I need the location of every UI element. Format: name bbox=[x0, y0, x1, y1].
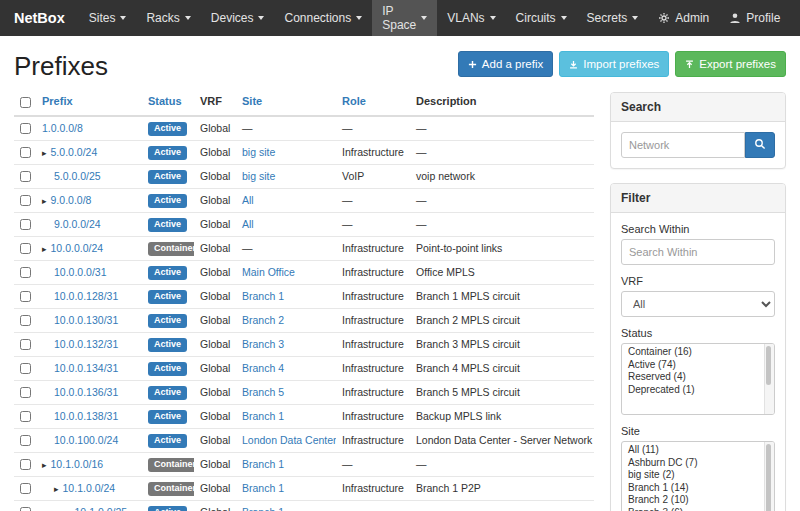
row-checkbox[interactable] bbox=[20, 435, 31, 446]
network-search-input[interactable] bbox=[621, 132, 745, 158]
row-checkbox[interactable] bbox=[20, 195, 31, 206]
site-link[interactable]: Branch 1 bbox=[242, 410, 284, 422]
row-checkbox[interactable] bbox=[20, 507, 31, 511]
list-option[interactable]: Branch 1 (14) bbox=[622, 482, 762, 495]
row-checkbox[interactable] bbox=[20, 339, 31, 350]
row-checkbox[interactable] bbox=[20, 267, 31, 278]
add-prefix-button[interactable]: Add a prefix bbox=[458, 51, 553, 77]
site-link[interactable]: Branch 5 bbox=[242, 386, 284, 398]
profile-menu-item[interactable]: Profile bbox=[719, 0, 790, 36]
list-option[interactable]: Branch 2 (10) bbox=[622, 494, 762, 507]
site-link[interactable]: Branch 1 bbox=[242, 458, 284, 470]
list-option[interactable]: Deprecated (1) bbox=[622, 384, 762, 397]
prefix-link[interactable]: 5.0.0.0/24 bbox=[51, 146, 98, 158]
site-link[interactable]: Branch 2 bbox=[242, 314, 284, 326]
site-filter-listbox[interactable]: All (11)Ashburn DC (7)big site (2)Branch… bbox=[621, 441, 775, 511]
site-link[interactable]: London Data Center bbox=[242, 434, 336, 446]
export-prefixes-button[interactable]: Export prefixes bbox=[675, 51, 786, 77]
description-cell: Backup MPLS link bbox=[410, 404, 594, 428]
row-checkbox[interactable] bbox=[20, 123, 31, 134]
brand-logo[interactable]: NetBox bbox=[0, 0, 79, 36]
row-checkbox[interactable] bbox=[20, 363, 31, 374]
expand-arrow-icon[interactable]: ▸ bbox=[42, 148, 47, 158]
prefix-link[interactable]: 10.0.0.0/31 bbox=[54, 266, 107, 278]
site-link[interactable]: Branch 4 bbox=[242, 362, 284, 374]
prefix-link[interactable]: 9.0.0.0/8 bbox=[51, 194, 92, 206]
site-link[interactable]: Branch 1 bbox=[242, 290, 284, 302]
column-header-role[interactable]: Role bbox=[342, 95, 366, 107]
scrollbar[interactable] bbox=[764, 442, 774, 511]
status-cell: Active bbox=[142, 332, 194, 356]
list-option[interactable]: Active (74) bbox=[622, 359, 762, 372]
expand-arrow-icon[interactable]: ▸ bbox=[42, 244, 47, 254]
prefix-link[interactable]: 10.1.0.0/25 bbox=[75, 506, 128, 511]
nav-item-vlans[interactable]: VLANs bbox=[437, 0, 505, 36]
prefix-link[interactable]: 10.0.0.130/31 bbox=[54, 314, 118, 326]
site-link[interactable]: Main Office bbox=[242, 266, 295, 278]
prefix-link[interactable]: 1.0.0.0/8 bbox=[42, 122, 83, 134]
site-link[interactable]: Branch 1 bbox=[242, 482, 284, 494]
nav-item-ip-space[interactable]: IP Space bbox=[372, 0, 437, 36]
row-checkbox[interactable] bbox=[20, 291, 31, 302]
prefix-link[interactable]: 10.0.0.128/31 bbox=[54, 290, 118, 302]
row-checkbox[interactable] bbox=[20, 243, 31, 254]
import-prefixes-button[interactable]: Import prefixes bbox=[559, 51, 669, 77]
row-checkbox[interactable] bbox=[20, 411, 31, 422]
nav-item-circuits[interactable]: Circuits bbox=[506, 0, 577, 36]
row-checkbox[interactable] bbox=[20, 315, 31, 326]
site-cell: Branch 3 bbox=[236, 332, 336, 356]
nav-item-sites[interactable]: Sites bbox=[79, 0, 137, 36]
site-link[interactable]: big site bbox=[242, 170, 275, 182]
scrollbar[interactable] bbox=[764, 344, 774, 414]
row-checkbox[interactable] bbox=[20, 171, 31, 182]
prefix-link[interactable]: 10.0.100.0/24 bbox=[54, 434, 118, 446]
admin-menu-item[interactable]: Admin bbox=[648, 0, 719, 36]
prefix-link[interactable]: 10.0.0.132/31 bbox=[54, 338, 118, 350]
select-all-checkbox[interactable] bbox=[20, 97, 31, 108]
site-link[interactable]: big site bbox=[242, 146, 275, 158]
expand-arrow-icon[interactable]: ▸ bbox=[42, 460, 47, 470]
nav-item-racks[interactable]: Racks bbox=[136, 0, 200, 36]
vrf-select[interactable]: All bbox=[621, 291, 775, 317]
list-option[interactable]: Ashburn DC (7) bbox=[622, 457, 762, 470]
row-select-cell bbox=[14, 164, 36, 188]
site-link[interactable]: All bbox=[242, 194, 254, 206]
list-option[interactable]: big site (2) bbox=[622, 469, 762, 482]
prefix-link[interactable]: 10.0.0.138/31 bbox=[54, 410, 118, 422]
column-header-status[interactable]: Status bbox=[148, 95, 182, 107]
nav-item-devices[interactable]: Devices bbox=[201, 0, 275, 36]
expand-arrow-icon[interactable]: ▸ bbox=[54, 484, 59, 494]
prefix-link[interactable]: 10.1.0.0/24 bbox=[63, 482, 116, 494]
prefix-link[interactable]: 10.0.0.136/31 bbox=[54, 386, 118, 398]
list-option[interactable]: Reserved (4) bbox=[622, 371, 762, 384]
column-header-site[interactable]: Site bbox=[242, 95, 262, 107]
row-select-cell bbox=[14, 404, 36, 428]
search-within-input[interactable] bbox=[621, 239, 775, 265]
nav-item-secrets[interactable]: Secrets bbox=[577, 0, 649, 36]
site-link[interactable]: All bbox=[242, 218, 254, 230]
site-link[interactable]: Branch 1 bbox=[242, 506, 284, 511]
list-option[interactable]: Branch 3 (6) bbox=[622, 507, 762, 511]
status-filter-listbox[interactable]: Container (16)Active (74)Reserved (4)Dep… bbox=[621, 343, 775, 415]
nav-item-connections[interactable]: Connections bbox=[274, 0, 372, 36]
row-checkbox[interactable] bbox=[20, 459, 31, 470]
row-checkbox[interactable] bbox=[20, 483, 31, 494]
site-link[interactable]: Branch 3 bbox=[242, 338, 284, 350]
expand-arrow-icon[interactable]: ▸ bbox=[42, 196, 47, 206]
role-cell: Infrastructure bbox=[336, 284, 410, 308]
column-header-prefix[interactable]: Prefix bbox=[42, 95, 73, 107]
prefix-link[interactable]: 9.0.0.0/24 bbox=[54, 218, 101, 230]
list-option[interactable]: All (11) bbox=[622, 444, 762, 457]
row-checkbox[interactable] bbox=[20, 387, 31, 398]
prefix-link[interactable]: 10.0.0.0/24 bbox=[51, 242, 104, 254]
row-checkbox[interactable] bbox=[20, 147, 31, 158]
search-button[interactable] bbox=[745, 132, 775, 158]
log-out-menu-item[interactable]: Log out bbox=[790, 0, 800, 36]
caret-down-icon bbox=[120, 16, 126, 20]
row-checkbox[interactable] bbox=[20, 219, 31, 230]
prefix-link[interactable]: 10.0.0.134/31 bbox=[54, 362, 118, 374]
status-cell: Active bbox=[142, 380, 194, 404]
list-option[interactable]: Container (16) bbox=[622, 346, 762, 359]
prefix-link[interactable]: 10.1.0.0/16 bbox=[51, 458, 104, 470]
prefix-link[interactable]: 5.0.0.0/25 bbox=[54, 170, 101, 182]
